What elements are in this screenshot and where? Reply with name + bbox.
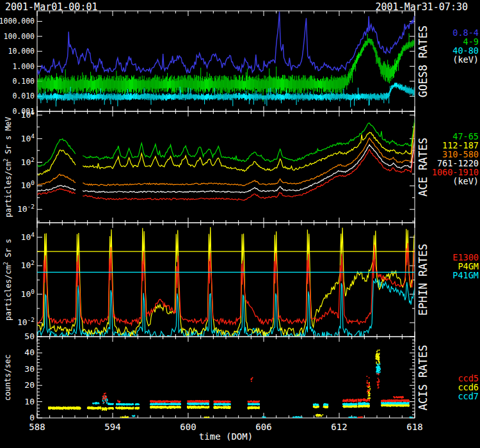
acis-series-ccd5: [102, 373, 410, 418]
ace-series-47-65: [37, 119, 415, 166]
y-tick-label: 104: [21, 132, 35, 143]
y-tick-label: 1000.000: [0, 17, 35, 26]
goes8-plot-area: [37, 12, 415, 107]
y-tick-label: 106: [21, 109, 35, 120]
y-tick-label: 100.000: [4, 32, 35, 41]
chart-canvas: 1000.000100.00010.0001.0000.1000.0100.00…: [0, 0, 480, 448]
goes8-right-axis-label: GOES8 RATES: [417, 25, 429, 97]
x-axis-label: time (DOM): [199, 431, 253, 442]
ace-right-axis-label: ACE RATES: [417, 138, 429, 196]
ace-series-310-580: [37, 127, 415, 186]
y-tick-label: 102: [21, 156, 35, 167]
ephin-unit-label: particles/cm2 Sr s: [3, 239, 13, 321]
y-tick-label: 40: [24, 348, 35, 357]
legend-ephin-P41GM: P41GM: [452, 270, 479, 280]
y-tick-label: 10: [24, 397, 35, 406]
x-tick-label: 606: [255, 422, 271, 432]
x-tick-label: 612: [331, 422, 347, 432]
ephin-right-axis-label: EPHIN RATES: [417, 244, 429, 316]
y-tick-label: 50: [24, 332, 35, 341]
legend-goes8-keV: (keV): [452, 54, 479, 65]
y-tick-label: 102: [21, 259, 35, 270]
acis-right-axis-label: ACIS RATES: [417, 344, 429, 410]
start-time-title: 2001-Mar01-00:01: [5, 1, 98, 13]
x-tick-label: 618: [406, 422, 422, 432]
y-tick-label: 0: [29, 413, 35, 422]
x-tick-label: 588: [29, 422, 45, 432]
y-tick-label: 20: [24, 380, 35, 390]
y-tick-label: 0.100: [12, 77, 35, 86]
end-time-title: 2001-Mar31-07:30: [376, 1, 468, 13]
space-weather-plot: 1000.000100.00010.0001.0000.1000.0100.00…: [0, 0, 480, 448]
legend-acis-ccd7: ccd7: [458, 391, 479, 401]
acis-series-ccd6: [48, 349, 410, 418]
y-tick-label: 10.000: [8, 47, 35, 56]
acis-unit-label: counts/sec: [3, 354, 12, 400]
y-tick-label: 30: [24, 364, 35, 374]
goes8-series-0.8-4: [37, 12, 415, 76]
y-tick-label: 10-2: [17, 316, 35, 327]
y-tick-label: 10-2: [17, 203, 35, 214]
legend-ace-keV: (keV): [452, 176, 479, 186]
acis-plot-area: [48, 349, 413, 418]
y-tick-label: 0.010: [12, 92, 35, 100]
acis-panel-border: [37, 337, 415, 418]
y-tick-label: 100: [21, 179, 35, 190]
ephin-plot-area: [37, 227, 415, 339]
y-tick-label: 100: [21, 288, 35, 299]
ace-plot-area: [37, 119, 415, 200]
y-tick-label: 104: [21, 231, 35, 242]
x-tick-label: 600: [180, 422, 196, 432]
x-tick-label: 594: [104, 422, 120, 432]
ace-unit-label: particles/cm2 Sr s MeV: [3, 117, 13, 218]
acis-series-ccd7: [92, 364, 413, 419]
y-tick-label: 1.000: [12, 62, 35, 71]
ephin-series-E1300: [37, 243, 415, 325]
